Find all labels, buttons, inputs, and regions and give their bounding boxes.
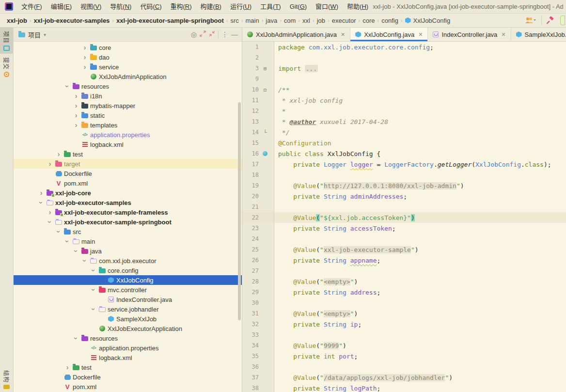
- project-scrollbar[interactable]: [238, 102, 241, 320]
- line-number[interactable]: 9: [242, 76, 259, 82]
- tree-row[interactable]: ›i18n: [14, 91, 242, 101]
- editor-gutter[interactable]: 3⊞: [242, 63, 274, 74]
- line-number[interactable]: 31: [242, 310, 259, 317]
- code-line[interactable]: 17 private Logger logger = LoggerFactory…: [242, 159, 566, 170]
- tree-row[interactable]: Dockerfile: [14, 372, 242, 382]
- code-line[interactable]: 14└ */: [242, 127, 566, 138]
- editor-gutter[interactable]: 25: [242, 244, 274, 255]
- chevron-expanded-icon[interactable]: ›: [89, 266, 98, 275]
- breadcrumb-item[interactable]: xxl-job-executor-samples: [32, 17, 112, 24]
- tree-row[interactable]: XxlJobConfig: [14, 275, 242, 285]
- menu-item-视图V[interactable]: 视图(V): [76, 0, 106, 13]
- tree-row[interactable]: XxlJobExecutorApplication: [14, 324, 242, 333]
- line-number[interactable]: 32: [242, 321, 259, 328]
- chevron-collapsed-icon[interactable]: ›: [37, 188, 46, 197]
- tree-row[interactable]: ›templates: [14, 120, 242, 130]
- chevron-collapsed-icon[interactable]: ›: [80, 53, 89, 62]
- tree-row[interactable]: ›service: [14, 62, 242, 72]
- tool-window-button-project-tool-icon[interactable]: 项目: [0, 28, 13, 54]
- locate-icon[interactable]: ◎: [191, 31, 197, 38]
- editor-gutter[interactable]: 38: [242, 383, 274, 392]
- editor-tab-IndexController.java[interactable]: IndexController.java✕: [428, 28, 511, 41]
- tree-row[interactable]: ›core: [14, 43, 242, 52]
- tree-row[interactable]: Vpom.xml: [14, 382, 242, 392]
- menu-item-导航N[interactable]: 导航(N): [106, 0, 136, 13]
- code-line[interactable]: 24: [242, 234, 566, 244]
- collapse-all-icon[interactable]: [209, 31, 215, 38]
- code-line[interactable]: 36: [242, 361, 566, 372]
- editor-gutter[interactable]: 33: [242, 329, 274, 340]
- editor-gutter[interactable]: 2: [242, 52, 274, 63]
- editor-gutter[interactable]: 22: [242, 212, 274, 223]
- editor-gutter[interactable]: 16: [242, 148, 274, 159]
- tree-row[interactable]: ›xxl-job-executor-sample-springboot: [14, 217, 242, 227]
- hide-panel-icon[interactable]: —: [231, 31, 238, 38]
- code-line[interactable]: 29 private String address;: [242, 287, 566, 298]
- line-number[interactable]: 38: [242, 385, 259, 392]
- code-line[interactable]: 25 @Value("xxl-job-executor-sample"): [242, 244, 566, 255]
- editor-gutter[interactable]: 30: [242, 298, 274, 308]
- line-number[interactable]: 20: [242, 193, 259, 200]
- tree-row[interactable]: ›src: [14, 227, 242, 236]
- editor-gutter[interactable]: 27: [242, 266, 274, 276]
- tree-row[interactable]: logback.xml: [14, 353, 242, 362]
- code-line[interactable]: 21: [242, 202, 566, 212]
- breadcrumb-item[interactable]: config: [379, 17, 400, 24]
- editor-gutter[interactable]: 32: [242, 319, 274, 329]
- code-line[interactable]: 10⊟/**: [242, 84, 566, 95]
- editor-gutter[interactable]: 31: [242, 308, 274, 319]
- line-number[interactable]: 12: [242, 108, 259, 114]
- editor-gutter[interactable]: 35: [242, 351, 274, 361]
- code-line[interactable]: 35 private int port;: [242, 351, 566, 361]
- line-number[interactable]: 14: [242, 129, 259, 136]
- menu-item-GitG[interactable]: Git(G): [285, 0, 311, 13]
- editor-gutter[interactable]: 12: [242, 106, 274, 116]
- line-number[interactable]: 2: [242, 54, 259, 61]
- editor-gutter[interactable]: 28: [242, 276, 274, 287]
- code-line[interactable]: 3⊞import ...: [242, 63, 566, 74]
- menu-item-文件F[interactable]: 文件(F): [17, 0, 47, 13]
- line-number[interactable]: 10: [242, 86, 259, 93]
- editor-gutter[interactable]: 29: [242, 287, 274, 298]
- tool-window-button-structure-tool-icon[interactable]: 结构: [0, 367, 13, 392]
- tree-row[interactable]: ›resources: [14, 333, 242, 343]
- chevron-collapsed-icon[interactable]: ›: [72, 101, 80, 110]
- close-icon[interactable]: ✕: [501, 31, 505, 38]
- tree-row[interactable]: ›test: [14, 362, 242, 372]
- breadcrumb-item[interactable]: executor: [330, 17, 358, 24]
- code-line[interactable]: 20 private String adminAddresses;: [242, 191, 566, 202]
- breadcrumb-item[interactable]: XxlJobConfig: [403, 17, 453, 24]
- editor-tab-SampleXxlJob.java[interactable]: SampleXxlJob.java: [511, 28, 566, 41]
- code-line[interactable]: 13 * @author xuxueli 2017-04-28: [242, 116, 566, 127]
- tree-row[interactable]: SampleXxlJob: [14, 314, 242, 324]
- line-number[interactable]: 24: [242, 235, 259, 242]
- tree-row[interactable]: XxlJobAdminApplication: [14, 72, 242, 81]
- menu-item-窗口W[interactable]: 窗口(W): [311, 0, 343, 13]
- code-line[interactable]: 18: [242, 170, 566, 180]
- spring-bean-icon[interactable]: [259, 151, 271, 156]
- line-number[interactable]: 26: [242, 257, 259, 264]
- chevron-expanded-icon[interactable]: ›: [37, 198, 46, 207]
- chevron-collapsed-icon[interactable]: ›: [72, 111, 80, 120]
- tree-row[interactable]: ›mybatis-mapper: [14, 101, 242, 110]
- line-number[interactable]: 18: [242, 172, 259, 178]
- line-number[interactable]: 36: [242, 363, 259, 370]
- editor-gutter[interactable]: 15: [242, 138, 274, 148]
- chevron-collapsed-icon[interactable]: ›: [80, 63, 89, 71]
- tree-row[interactable]: ›xxl-job-core: [14, 188, 242, 198]
- code-line[interactable]: 15@Configuration: [242, 138, 566, 148]
- code-line[interactable]: 26 private String appname;: [242, 255, 566, 266]
- breadcrumb-item[interactable]: job: [315, 17, 327, 24]
- editor-gutter[interactable]: 18: [242, 170, 274, 180]
- code-line[interactable]: 37 @Value("/data/applogs/xxl-job/jobhand…: [242, 372, 566, 383]
- tool-window-button-commit-tool-icon[interactable]: 提交: [0, 54, 13, 80]
- line-number[interactable]: 21: [242, 204, 259, 210]
- tree-row[interactable]: ›java: [14, 246, 242, 256]
- chevron-collapsed-icon[interactable]: ›: [63, 363, 72, 372]
- code-with-me-users-icon[interactable]: [525, 16, 536, 24]
- code-line[interactable]: 22 @Value("${xxl.job.accessToken}"): [242, 212, 566, 223]
- menu-item-编辑E[interactable]: 编辑(E): [47, 0, 76, 13]
- chevron-down-icon[interactable]: ▾: [44, 32, 46, 37]
- chevron-expanded-icon[interactable]: ›: [63, 237, 72, 246]
- tree-row[interactable]: ›static: [14, 110, 242, 120]
